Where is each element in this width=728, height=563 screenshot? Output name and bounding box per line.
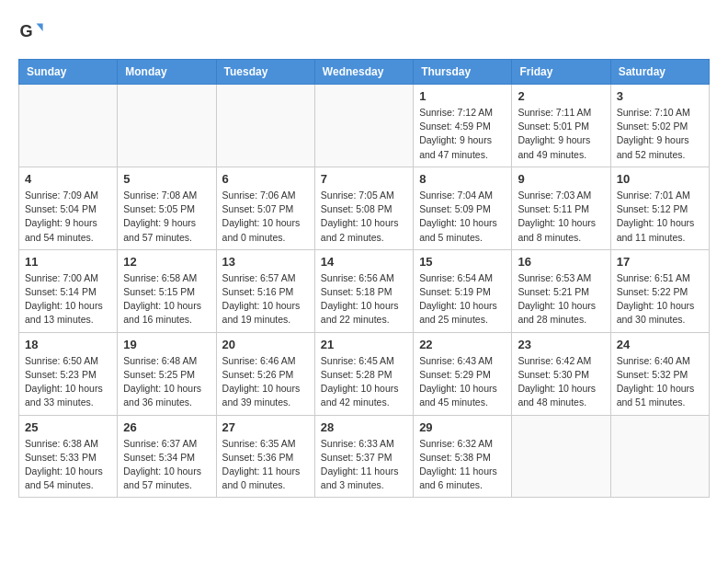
logo-icon: G (18, 18, 44, 44)
day-number: 21 (321, 338, 407, 351)
calendar-header-wednesday: Wednesday (314, 60, 413, 85)
calendar-cell: 27Sunrise: 6:35 AMSunset: 5:36 PMDayligh… (216, 415, 314, 498)
calendar-cell (610, 415, 709, 498)
calendar-cell: 17Sunrise: 6:51 AMSunset: 5:22 PMDayligh… (610, 249, 709, 332)
day-number: 13 (222, 255, 309, 269)
calendar-week-2: 4Sunrise: 7:09 AMSunset: 5:04 PMDaylight… (19, 167, 710, 249)
day-info: Sunrise: 6:42 AMSunset: 5:30 PMDaylight:… (518, 354, 604, 410)
calendar-cell: 8Sunrise: 7:04 AMSunset: 5:09 PMDaylight… (414, 167, 512, 249)
calendar-cell: 10Sunrise: 7:01 AMSunset: 5:12 PMDayligh… (610, 167, 709, 249)
day-info: Sunrise: 7:09 AMSunset: 5:04 PMDaylight:… (25, 189, 111, 245)
calendar-header-tuesday: Tuesday (216, 60, 314, 85)
calendar-cell: 22Sunrise: 6:43 AMSunset: 5:29 PMDayligh… (414, 332, 512, 415)
day-number: 27 (222, 420, 309, 434)
day-info: Sunrise: 6:58 AMSunset: 5:15 PMDaylight:… (123, 271, 210, 327)
calendar-week-1: 1Sunrise: 7:12 AMSunset: 4:59 PMDaylight… (19, 85, 710, 167)
day-info: Sunrise: 6:46 AMSunset: 5:26 PMDaylight:… (222, 354, 309, 410)
day-number: 3 (617, 89, 703, 103)
calendar-cell: 6Sunrise: 7:06 AMSunset: 5:07 PMDaylight… (216, 167, 314, 249)
calendar-cell (314, 85, 413, 167)
calendar-cell: 23Sunrise: 6:42 AMSunset: 5:30 PMDayligh… (512, 332, 610, 415)
day-info: Sunrise: 7:10 AMSunset: 5:02 PMDaylight:… (617, 106, 703, 162)
logo: G (18, 18, 48, 44)
day-number: 12 (123, 255, 210, 269)
day-info: Sunrise: 6:32 AMSunset: 5:38 PMDaylight:… (419, 437, 506, 493)
day-info: Sunrise: 6:35 AMSunset: 5:36 PMDaylight:… (222, 437, 309, 493)
svg-marker-1 (37, 24, 43, 31)
calendar-cell: 2Sunrise: 7:11 AMSunset: 5:01 PMDaylight… (512, 85, 610, 167)
day-info: Sunrise: 7:03 AMSunset: 5:11 PMDaylight:… (518, 189, 604, 245)
calendar-cell: 26Sunrise: 6:37 AMSunset: 5:34 PMDayligh… (118, 415, 216, 498)
day-number: 23 (518, 338, 604, 351)
day-number: 11 (25, 255, 111, 269)
day-info: Sunrise: 7:08 AMSunset: 5:05 PMDaylight:… (123, 189, 210, 245)
calendar-cell: 28Sunrise: 6:33 AMSunset: 5:37 PMDayligh… (314, 415, 413, 498)
day-info: Sunrise: 6:37 AMSunset: 5:34 PMDaylight:… (123, 437, 210, 493)
calendar-cell: 18Sunrise: 6:50 AMSunset: 5:23 PMDayligh… (19, 332, 118, 415)
calendar-header-saturday: Saturday (610, 60, 709, 85)
day-number: 8 (419, 172, 506, 186)
calendar-cell (512, 415, 610, 498)
calendar-header-sunday: Sunday (19, 60, 118, 85)
day-number: 6 (222, 172, 309, 186)
day-info: Sunrise: 6:38 AMSunset: 5:33 PMDaylight:… (25, 437, 111, 493)
day-number: 15 (419, 255, 506, 269)
day-number: 24 (617, 338, 703, 351)
calendar-header-monday: Monday (118, 60, 216, 85)
header: G (18, 18, 710, 44)
day-info: Sunrise: 6:43 AMSunset: 5:29 PMDaylight:… (419, 354, 506, 410)
day-info: Sunrise: 6:33 AMSunset: 5:37 PMDaylight:… (321, 437, 407, 493)
calendar-cell: 11Sunrise: 7:00 AMSunset: 5:14 PMDayligh… (19, 249, 118, 332)
calendar-cell: 25Sunrise: 6:38 AMSunset: 5:33 PMDayligh… (19, 415, 118, 498)
calendar-cell: 5Sunrise: 7:08 AMSunset: 5:05 PMDaylight… (118, 167, 216, 249)
calendar-cell (118, 85, 216, 167)
day-info: Sunrise: 6:50 AMSunset: 5:23 PMDaylight:… (25, 354, 111, 410)
calendar-cell: 16Sunrise: 6:53 AMSunset: 5:21 PMDayligh… (512, 249, 610, 332)
day-number: 14 (321, 255, 407, 269)
calendar-cell: 20Sunrise: 6:46 AMSunset: 5:26 PMDayligh… (216, 332, 314, 415)
calendar-cell: 21Sunrise: 6:45 AMSunset: 5:28 PMDayligh… (314, 332, 413, 415)
day-number: 1 (419, 89, 506, 103)
calendar-cell: 24Sunrise: 6:40 AMSunset: 5:32 PMDayligh… (610, 332, 709, 415)
day-info: Sunrise: 7:06 AMSunset: 5:07 PMDaylight:… (222, 189, 309, 245)
calendar-cell: 4Sunrise: 7:09 AMSunset: 5:04 PMDaylight… (19, 167, 118, 249)
calendar-cell: 1Sunrise: 7:12 AMSunset: 4:59 PMDaylight… (414, 85, 512, 167)
calendar-cell: 12Sunrise: 6:58 AMSunset: 5:15 PMDayligh… (118, 249, 216, 332)
day-number: 16 (518, 255, 604, 269)
calendar-cell: 29Sunrise: 6:32 AMSunset: 5:38 PMDayligh… (414, 415, 512, 498)
day-info: Sunrise: 7:04 AMSunset: 5:09 PMDaylight:… (419, 189, 506, 245)
day-number: 18 (25, 338, 111, 351)
day-info: Sunrise: 6:54 AMSunset: 5:19 PMDaylight:… (419, 271, 506, 327)
calendar-cell: 9Sunrise: 7:03 AMSunset: 5:11 PMDaylight… (512, 167, 610, 249)
day-number: 29 (419, 420, 506, 434)
calendar-cell: 7Sunrise: 7:05 AMSunset: 5:08 PMDaylight… (314, 167, 413, 249)
day-info: Sunrise: 7:11 AMSunset: 5:01 PMDaylight:… (518, 106, 604, 162)
calendar-header-row: SundayMondayTuesdayWednesdayThursdayFrid… (19, 60, 710, 85)
calendar-table: SundayMondayTuesdayWednesdayThursdayFrid… (18, 59, 710, 498)
day-number: 26 (123, 420, 210, 434)
day-number: 25 (25, 420, 111, 434)
day-number: 2 (518, 89, 604, 103)
calendar-cell: 19Sunrise: 6:48 AMSunset: 5:25 PMDayligh… (118, 332, 216, 415)
day-info: Sunrise: 6:51 AMSunset: 5:22 PMDaylight:… (617, 271, 703, 327)
calendar-cell: 3Sunrise: 7:10 AMSunset: 5:02 PMDaylight… (610, 85, 709, 167)
calendar-header-friday: Friday (512, 60, 610, 85)
calendar-cell (19, 85, 118, 167)
day-info: Sunrise: 6:40 AMSunset: 5:32 PMDaylight:… (617, 354, 703, 410)
day-info: Sunrise: 7:00 AMSunset: 5:14 PMDaylight:… (25, 271, 111, 327)
calendar-cell: 14Sunrise: 6:56 AMSunset: 5:18 PMDayligh… (314, 249, 413, 332)
day-number: 9 (518, 172, 604, 186)
day-info: Sunrise: 6:56 AMSunset: 5:18 PMDaylight:… (321, 271, 407, 327)
day-number: 17 (617, 255, 703, 269)
day-number: 10 (617, 172, 703, 186)
calendar-cell: 13Sunrise: 6:57 AMSunset: 5:16 PMDayligh… (216, 249, 314, 332)
day-number: 19 (123, 338, 210, 351)
day-info: Sunrise: 6:53 AMSunset: 5:21 PMDaylight:… (518, 271, 604, 327)
day-number: 4 (25, 172, 111, 186)
day-number: 28 (321, 420, 407, 434)
svg-text:G: G (19, 22, 32, 40)
calendar-week-5: 25Sunrise: 6:38 AMSunset: 5:33 PMDayligh… (19, 415, 710, 498)
calendar-week-4: 18Sunrise: 6:50 AMSunset: 5:23 PMDayligh… (19, 332, 710, 415)
day-number: 22 (419, 338, 506, 351)
day-info: Sunrise: 6:48 AMSunset: 5:25 PMDaylight:… (123, 354, 210, 410)
